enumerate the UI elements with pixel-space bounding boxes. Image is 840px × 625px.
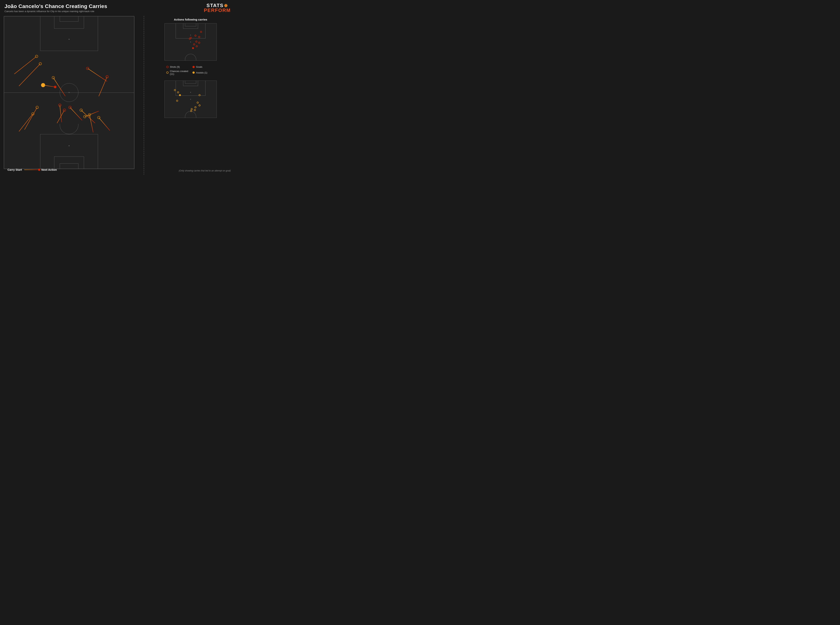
legend-line-end-dot xyxy=(38,169,41,171)
svg-point-1 xyxy=(225,5,227,6)
logo-sun-icon xyxy=(224,3,228,8)
svg-point-18 xyxy=(52,76,55,79)
bottom-arc xyxy=(60,124,78,134)
mini-shot-dot xyxy=(195,35,196,37)
svg-point-22 xyxy=(106,76,108,78)
mp-goal-top xyxy=(185,23,196,26)
svg-line-8 xyxy=(227,4,227,5)
mini-assist-dot xyxy=(179,94,181,96)
svg-line-10 xyxy=(14,56,37,74)
right-panel: Actions following carries xyxy=(150,16,231,174)
mini-chance-dot xyxy=(197,102,199,104)
legend-chances: Chances created (11) xyxy=(166,70,189,75)
header: João Cancelo's Chance Creating Carries C… xyxy=(0,0,235,14)
svg-line-23 xyxy=(25,107,37,130)
svg-line-27 xyxy=(60,105,62,122)
section-divider xyxy=(144,16,144,176)
mini-chance-dot xyxy=(191,108,193,110)
mini-shot-dot xyxy=(196,45,198,47)
svg-point-36 xyxy=(84,115,86,118)
svg-line-9 xyxy=(224,6,225,7)
mini-chance-dot xyxy=(195,106,196,108)
penalty-spot-bottom xyxy=(69,145,70,146)
svg-line-7 xyxy=(227,6,227,7)
mp-center-dot-2 xyxy=(190,99,191,100)
goal-bottom xyxy=(60,163,78,169)
legend-goals-icon xyxy=(192,66,195,68)
mini-shot-dot xyxy=(195,41,197,42)
mp-center-dot xyxy=(190,42,191,42)
mp-bottom-circle-2 xyxy=(185,111,196,118)
mini-chance-dot xyxy=(194,109,196,111)
svg-line-15 xyxy=(43,85,55,87)
legend-assists: Assists (1) xyxy=(192,70,215,75)
mp-penalty-spot xyxy=(190,35,191,36)
mini-chance-dot xyxy=(174,89,176,91)
svg-point-28 xyxy=(58,104,61,107)
mini-shot-dot xyxy=(190,37,192,39)
bottom-legend: Carry Start Next Action xyxy=(4,166,61,173)
mini-pitch-shots xyxy=(164,23,217,61)
mp-penalty-spot-2 xyxy=(190,92,191,93)
svg-point-32 xyxy=(69,106,71,109)
svg-point-16 xyxy=(54,86,56,88)
svg-line-12 xyxy=(19,64,41,86)
right-panel-title: Actions following carries xyxy=(150,18,231,21)
svg-line-31 xyxy=(70,107,82,121)
center-dot xyxy=(69,92,70,93)
svg-point-14 xyxy=(41,83,45,87)
legend-chances-label: Chances created (11) xyxy=(170,70,189,75)
legend-goals: Goals xyxy=(192,65,215,68)
mini-pitch-chances xyxy=(164,81,217,118)
page-subtitle: Cancelo has been a dynamic influence for… xyxy=(5,10,231,13)
svg-point-38 xyxy=(88,113,91,116)
svg-line-6 xyxy=(224,4,225,5)
mini-chance-dot xyxy=(176,100,178,102)
logo-stats: STATS xyxy=(206,3,223,8)
svg-point-20 xyxy=(86,67,89,70)
page-title: João Cancelo's Chance Creating Carries xyxy=(5,3,231,9)
main-content: Actions following carries xyxy=(0,14,235,176)
legend-shots-icon xyxy=(166,66,168,68)
logo: STATS PERFORM xyxy=(204,3,231,13)
svg-point-24 xyxy=(36,106,39,109)
svg-point-41 xyxy=(54,86,56,88)
svg-line-35 xyxy=(85,111,99,117)
legend-assists-label: Assists (1) xyxy=(196,71,207,74)
goal-top xyxy=(60,16,78,22)
legend: Shots (9) Goals Chances created (11) Ass… xyxy=(164,64,217,77)
mp-goal-top-2 xyxy=(185,81,196,84)
svg-point-13 xyxy=(39,62,42,65)
svg-line-25 xyxy=(19,114,33,131)
svg-line-39 xyxy=(99,118,110,131)
legend-shots-label: Shots (9) xyxy=(170,65,180,68)
svg-point-34 xyxy=(80,109,83,111)
next-action-label: Next Action xyxy=(41,168,57,171)
carry-start-label: Carry Start xyxy=(8,168,22,171)
mini-shot-dot xyxy=(198,42,200,44)
svg-line-19 xyxy=(87,68,107,81)
penalty-spot-top xyxy=(69,39,70,40)
pitch-container xyxy=(4,16,138,174)
mini-chance-dot xyxy=(190,110,192,112)
mini-shot-dot xyxy=(193,44,195,45)
mp-bottom-circle xyxy=(185,54,196,61)
svg-point-26 xyxy=(31,112,34,115)
legend-goals-label: Goals xyxy=(196,65,203,68)
svg-point-40 xyxy=(97,116,100,119)
legend-chances-icon xyxy=(166,72,168,74)
legend-line-bar xyxy=(24,169,39,170)
legend-assists-icon xyxy=(192,72,195,74)
mini-chance-dot xyxy=(199,104,201,106)
svg-line-29 xyxy=(57,110,64,123)
main-pitch xyxy=(4,16,134,169)
svg-point-11 xyxy=(35,55,38,58)
mini-chance-dot xyxy=(199,94,201,96)
mini-goal-dot xyxy=(192,47,194,49)
svg-line-37 xyxy=(89,115,93,132)
svg-line-33 xyxy=(81,110,95,123)
bottom-note: (Only showing carries that led to an att… xyxy=(179,169,231,172)
svg-line-21 xyxy=(99,77,107,96)
logo-perform: PERFORM xyxy=(204,8,231,13)
svg-point-30 xyxy=(63,109,66,111)
